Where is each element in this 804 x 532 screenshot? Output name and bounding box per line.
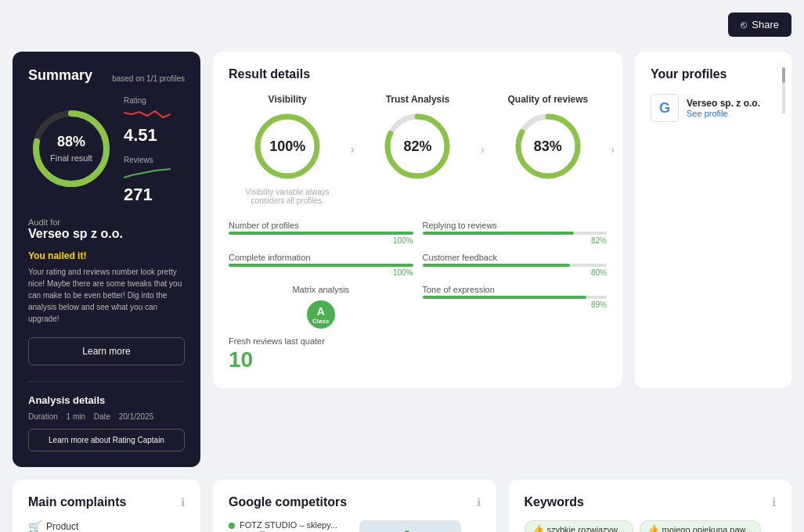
matrix-class: Class [312, 318, 329, 325]
complaints-title: Main complaints [28, 495, 126, 509]
result-details-card: Result details Visibility 100% › Visibil… [213, 52, 622, 388]
competitors-map [359, 520, 461, 532]
fresh-reviews-value: 10 [229, 347, 413, 372]
keyword-positive-1: 👍 szybkie rozwiązyw... [525, 520, 633, 532]
quality-label: Quality of reviews [507, 94, 588, 105]
complaints-card: Main complaints ℹ 🛒 Product 29% 🚚 [13, 480, 200, 532]
bottom-row: Main complaints ℹ 🛒 Product 29% 🚚 [13, 480, 791, 532]
replying-row: Replying to reviews 82% [423, 221, 608, 245]
keyword-positive-2: 👍 mojego opiekuna paw... [640, 520, 762, 532]
date-label: Date [94, 412, 110, 421]
trust-percent: 82% [403, 138, 431, 155]
complete-info-row: Complete information 100% [229, 253, 413, 277]
replying-bar [423, 232, 574, 235]
thumbs-up-icon: 👍 [533, 524, 544, 532]
complete-info-label: Complete information [229, 253, 413, 262]
quality-chevron-icon[interactable]: › [611, 143, 615, 156]
tone-pct: 89% [423, 300, 608, 309]
profiles-label: Number of profiles [229, 221, 413, 230]
competitor-name-1: FOTZ STUDIO – sklepy... [240, 520, 337, 530]
visibility-note: Visibility variable always considers all… [229, 188, 346, 205]
tone-row: Tone of expression 89% [423, 285, 608, 309]
reviews-label: Reviews [124, 156, 153, 164]
complete-info-bar [229, 264, 413, 267]
share-button[interactable]: ⎋ Share [728, 13, 791, 37]
number-of-profiles-row: Number of profiles 100% [229, 221, 413, 245]
competitors-card: Google competitors ℹ FOTZ STUDIO – sklep… [213, 480, 496, 532]
competitors-info-icon[interactable]: ℹ [477, 496, 481, 509]
duration-value: 1 min [67, 412, 85, 421]
final-percent: 88% [50, 134, 92, 150]
complaints-header: Main complaints ℹ [28, 495, 185, 509]
visibility-percent: 100% [269, 138, 305, 155]
customer-feedback-row: Customer feedback 80% [423, 253, 608, 277]
share-label: Share [752, 19, 779, 31]
analysis-details: Analysis details Duration 1 min Date 20/… [28, 381, 185, 451]
profiles-bar [229, 232, 413, 235]
complete-info-pct: 100% [229, 268, 413, 277]
competitor-1: FOTZ STUDIO – sklepy... ★5 💬176 [229, 520, 350, 532]
reviews-value: 271 [124, 185, 185, 205]
keywords-card: Keywords ℹ 👍 szybkie rozwiązyw... 👍 moje… [509, 480, 792, 532]
see-profile-link[interactable]: See profile [687, 109, 760, 118]
keyword-label-1: szybkie rozwiązyw... [547, 525, 625, 533]
rating-trend-chart [124, 106, 171, 122]
rating-value: 4.51 [124, 125, 185, 146]
tone-bar [423, 296, 587, 299]
competitors-list: FOTZ STUDIO – sklepy... ★5 💬176 SEOSEM24… [229, 520, 350, 532]
audit-for-label: Audit for [28, 217, 185, 227]
details-right: Replying to reviews 82% Customer feedbac… [423, 221, 608, 372]
keywords-title: Keywords [525, 495, 584, 509]
analysis-meta: Duration 1 min Date 20/1/2025 [28, 412, 185, 421]
visibility-label: Visibility [269, 94, 307, 105]
keyword-label-2: mojego opiekuna paw... [662, 525, 753, 533]
keywords-info-icon[interactable]: ℹ [772, 496, 776, 509]
complaint-product: 🛒 Product 29% [28, 520, 185, 532]
audit-name: Verseo sp z o.o. [28, 227, 185, 241]
tone-label: Tone of expression [423, 285, 608, 294]
fresh-reviews-row: Fresh reviews last quater 10 [229, 336, 413, 372]
learn-button[interactable]: Learn more [28, 337, 185, 365]
summary-card: Summary based on 1/1 profiles 88% Final … [13, 52, 200, 467]
final-score-donut: 88% Final result [28, 106, 114, 192]
rating-label: Rating [124, 96, 146, 105]
fresh-reviews-label: Fresh reviews last quater [229, 336, 413, 346]
scrollbar[interactable] [782, 67, 785, 114]
google-logo: G [651, 94, 679, 122]
replying-label: Replying to reviews [423, 221, 608, 230]
competitors-inner: FOTZ STUDIO – sklepy... ★5 💬176 SEOSEM24… [229, 520, 481, 532]
scrollbar-thumb [782, 67, 785, 83]
profiles-card: Your profiles G Verseo sp. z o.o. See pr… [635, 52, 791, 388]
reviews-trend-chart [124, 166, 171, 182]
competitors-header: Google competitors ℹ [229, 495, 481, 509]
thumbs-up-icon-2: 👍 [648, 524, 659, 532]
profile-name: Verseo sp. z o.o. [687, 98, 760, 109]
details-left: Number of profiles 100% Complete informa… [229, 221, 413, 372]
trust-label: Trust Analysis [386, 94, 450, 105]
keywords-header: Keywords ℹ [525, 495, 777, 509]
profile-item: G Verseo sp. z o.o. See profile [651, 94, 776, 122]
summary-title: Summary [28, 67, 92, 84]
visibility-metric: Visibility 100% › Visibility variable al… [229, 94, 346, 205]
competitor-dot-1 [229, 523, 235, 529]
matrix-badge: A Class [307, 300, 335, 329]
profiles-pct: 100% [229, 236, 413, 245]
learn-more-button[interactable]: Learn more about Rating Captain [28, 429, 185, 451]
product-icon: 🛒 [28, 520, 41, 532]
result-details-title: Result details [229, 67, 607, 81]
matrix-grade: A [317, 305, 325, 318]
trust-chevron-icon[interactable]: › [481, 143, 485, 156]
analysis-title: Analysis details [28, 394, 185, 406]
keywords-tags: 👍 szybkie rozwiązyw... 👍 mojego opiekuna… [525, 520, 777, 532]
complaints-info-icon[interactable]: ℹ [181, 496, 185, 509]
visibility-chevron-icon[interactable]: › [351, 143, 355, 156]
nailed-desc: Your rating and reviews number look pret… [28, 266, 185, 325]
customer-feedback-bar [423, 264, 570, 267]
profiles-title: Your profiles [651, 67, 776, 81]
replying-pct: 82% [423, 236, 608, 245]
quality-percent: 83% [534, 138, 562, 155]
trust-metric: Trust Analysis 82% › [359, 94, 476, 205]
customer-feedback-pct: 80% [423, 268, 608, 277]
date-value: 20/1/2025 [119, 412, 154, 421]
final-label: Final result [50, 153, 92, 163]
